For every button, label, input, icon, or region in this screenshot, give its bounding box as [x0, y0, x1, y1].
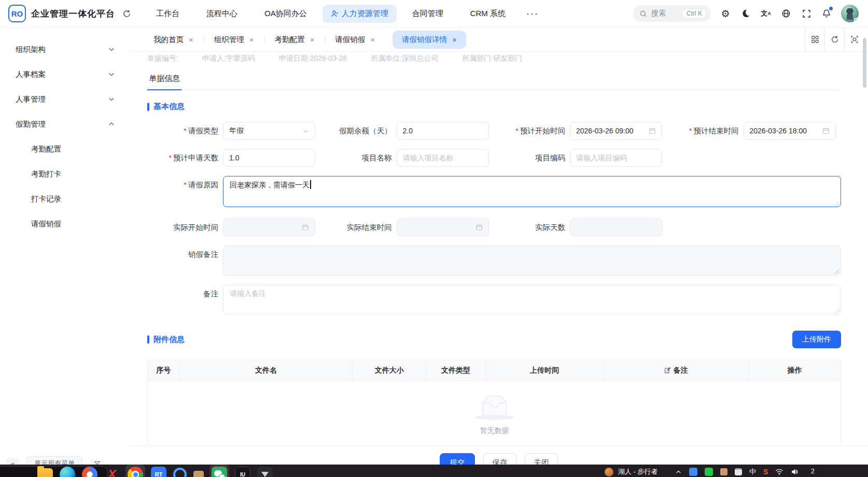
chevron-down-icon	[108, 46, 115, 53]
plan-start-datepicker[interactable]: 2026-03-26 09:00	[570, 122, 662, 140]
tab-close-icon[interactable]: ×	[189, 36, 193, 44]
file-explorer-icon[interactable]	[37, 468, 53, 477]
tab-attendance-config[interactable]: 考勤配置×	[264, 32, 325, 48]
sidebar-item-personnel-mgmt[interactable]: 人事管理	[0, 87, 130, 112]
translate-icon[interactable]: 文A	[760, 8, 772, 19]
wechat-icon[interactable]	[212, 467, 227, 477]
leave-detail-form: 单据编号: 申请人:宇擎源码 申请日期:2026-03-26 所属单位:深圳总公…	[130, 52, 868, 445]
pinwheel-app-icon[interactable]	[82, 467, 97, 477]
refresh-page-icon[interactable]	[824, 28, 844, 51]
expand-fullscreen-icon[interactable]	[844, 28, 864, 51]
sidebar-item-attendance-clock[interactable]: 考勤打卡	[0, 161, 130, 186]
edge-browser-icon[interactable]	[60, 467, 75, 477]
calendar-icon	[475, 224, 483, 231]
basic-info-section-title: 基本信息	[147, 102, 841, 112]
header-refresh-icon[interactable]	[122, 9, 131, 18]
tab-close-icon[interactable]: ×	[310, 36, 315, 44]
main-nav: 工作台 流程中心 OA协同办公 人力资源管理 合同管理 CRM 系统 ···	[145, 5, 544, 23]
nav-label: 人力资源管理	[342, 9, 388, 19]
tab-close-icon[interactable]: ×	[370, 36, 375, 44]
plan-end-label: 预计结束时间	[668, 122, 739, 140]
tab-tools	[805, 28, 864, 51]
upload-attachment-button[interactable]: 上传附件	[792, 331, 841, 348]
balance-input[interactable]	[397, 122, 489, 140]
app-logo[interactable]: RO	[8, 5, 26, 22]
reason-textarea[interactable]: 回老家探亲，需请假一天	[223, 176, 841, 207]
remark-textarea[interactable]: 请输入备注	[223, 285, 841, 315]
department: 所属部门:研发部门	[462, 54, 522, 63]
dark-mode-moon-icon[interactable]	[740, 8, 751, 19]
header-actions: 搜索 Ctrl K ⚙ 文A	[633, 5, 859, 22]
project-code-label: 项目编码	[494, 149, 565, 167]
rt-app-icon[interactable]: RT	[151, 467, 166, 477]
network-wifi-icon[interactable]	[775, 468, 783, 475]
nav-item-workbench[interactable]: 工作台	[145, 5, 191, 23]
tab-label: 请假销假详情	[402, 35, 447, 45]
user-avatar[interactable]	[841, 5, 859, 22]
tab-my-home[interactable]: 我的首页×	[143, 32, 204, 48]
intellij-idea-icon[interactable]: IU	[235, 467, 250, 477]
tab-leave-detail[interactable]: 请假销假详情×	[393, 31, 466, 49]
sidebar-item-personnel-files[interactable]: 人事档案	[0, 62, 130, 87]
tab-org-mgmt[interactable]: 组织管理×	[204, 32, 264, 48]
leave-type-select[interactable]: 年假	[223, 122, 315, 140]
sidebar-item-leave-cancel[interactable]: 请假销假	[0, 211, 130, 236]
ring-app-icon[interactable]	[173, 468, 187, 477]
sidebar-item-org-structure[interactable]: 组织架构	[0, 37, 130, 62]
resize-handle-icon[interactable]	[834, 308, 839, 314]
project-name-label: 项目名称	[321, 149, 392, 167]
plan-end-datepicker[interactable]: 2026-03-26 18:00	[744, 122, 836, 140]
applicant: 申请人:宇擎源码	[202, 54, 255, 63]
chrome-browser-icon[interactable]	[128, 467, 143, 477]
globe-language-icon[interactable]	[780, 8, 792, 19]
dark-app-icon[interactable]	[257, 467, 273, 477]
nav-item-process-center[interactable]: 流程中心	[195, 5, 249, 23]
x-app-icon[interactable]: X	[104, 467, 120, 477]
sidebar-item-clock-records[interactable]: 打卡记录	[0, 186, 130, 211]
tray-bag-icon[interactable]	[735, 468, 742, 475]
nav-more-icon[interactable]: ···	[521, 8, 544, 19]
tab-close-icon[interactable]: ×	[452, 36, 457, 44]
chrome-active-tile[interactable]	[125, 465, 145, 477]
tray-s-app-icon[interactable]: S	[763, 468, 768, 476]
col-index: 序号	[148, 360, 179, 380]
sidebar-item-attendance-config[interactable]: 考勤配置	[0, 137, 130, 161]
project-code-input[interactable]	[570, 149, 662, 167]
actual-end-datepicker	[397, 219, 489, 236]
taskbar-clock[interactable]: 2	[811, 468, 815, 475]
tab-close-icon[interactable]: ×	[249, 36, 254, 44]
layout-grid-icon[interactable]	[805, 28, 824, 51]
plan-days-input[interactable]	[223, 149, 315, 167]
tray-cloud-icon[interactable]	[689, 468, 697, 476]
nav-item-contract[interactable]: 合同管理	[401, 5, 455, 23]
wechat-active-tile[interactable]	[209, 465, 229, 477]
nav-item-crm[interactable]: CRM 系统	[459, 5, 517, 23]
plan-end-value: 2026-03-26 18:00	[750, 127, 807, 135]
resize-handle-icon[interactable]	[834, 200, 839, 206]
form-row-actual: 实际开始时间 实际结束时间 实际天数	[147, 219, 841, 236]
tab-leave-cancel[interactable]: 请假销假×	[325, 32, 385, 48]
tab-doc-info[interactable]: 单据信息	[147, 68, 181, 90]
cat-app-icon[interactable]	[193, 471, 204, 477]
sports-score-ticker[interactable]: 湖人 - 步行者	[605, 467, 658, 476]
volume-speaker-icon[interactable]	[791, 468, 799, 475]
ime-indicator[interactable]: 中	[749, 467, 756, 476]
tray-expand-icon[interactable]	[675, 469, 682, 475]
tray-cat-icon[interactable]	[720, 468, 727, 475]
tab-label: 组织管理	[214, 35, 244, 45]
attachments-table: 序号 文件名 文件大小 文件类型 上传时间 备注 操作	[147, 360, 841, 445]
calendar-icon	[302, 224, 309, 231]
settings-gear-icon[interactable]: ⚙	[720, 8, 731, 19]
notifications-bell-icon[interactable]	[821, 8, 832, 19]
project-name-input[interactable]	[397, 149, 489, 167]
tray-green-app-icon[interactable]	[705, 468, 713, 476]
global-search-input[interactable]: 搜索 Ctrl K	[633, 5, 711, 22]
sidebar-item-attendance-mgmt[interactable]: 假勤管理	[0, 112, 130, 137]
tab-label: 我的首页	[153, 35, 184, 45]
nav-item-hr[interactable]: 人力资源管理	[323, 5, 397, 23]
nav-item-oa[interactable]: OA协同办公	[253, 5, 318, 23]
page-tabbar: 我的首页× 组织管理× 考勤配置× 请假销假× 请假销假详情×	[130, 28, 868, 52]
vertical-scrollbar[interactable]	[863, 38, 866, 88]
fullscreen-icon[interactable]	[801, 8, 812, 19]
resize-handle-icon	[834, 269, 839, 274]
